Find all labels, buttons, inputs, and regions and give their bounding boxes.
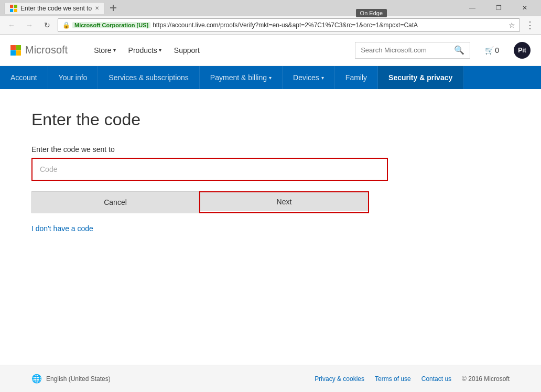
search-box: 🔍: [355, 42, 470, 59]
copyright-text: © 2016 Microsoft: [462, 375, 510, 383]
browser-tab[interactable]: Enter the code we sent to ✕: [4, 2, 105, 14]
tab-favicon-icon: [10, 5, 17, 12]
code-form-label: Enter the code we sent to: [31, 145, 388, 154]
ms-header: Microsoft Store ▾ Products ▾ Support 🔍 🛒…: [0, 35, 541, 66]
no-code-link[interactable]: I don't have a code: [31, 224, 93, 233]
next-button-wrap: Next: [199, 191, 369, 213]
favorite-icon[interactable]: ☆: [508, 21, 515, 29]
nav-payment[interactable]: Payment & billing ▾: [200, 66, 283, 89]
logo-green: [16, 45, 21, 50]
browser-menu-button[interactable]: ⋮: [523, 19, 537, 31]
button-row: Cancel Next: [31, 191, 388, 213]
nav-services[interactable]: Services & subscriptions: [98, 66, 200, 89]
search-icon[interactable]: 🔍: [454, 45, 464, 55]
new-tab-button[interactable]: [107, 2, 120, 14]
refresh-button[interactable]: ↻: [40, 18, 55, 32]
nav-devices[interactable]: Devices ▾: [283, 66, 335, 89]
cart-icon: 🛒: [485, 46, 494, 55]
products-chevron-icon: ▾: [159, 47, 161, 53]
cart-button[interactable]: 🛒 0: [481, 46, 503, 55]
ms-search: 🔍: [215, 42, 470, 59]
page-title: Enter the code: [31, 110, 510, 129]
form-section: Enter the code we sent to Cancel Next I …: [31, 145, 388, 233]
logo-blue: [10, 50, 16, 56]
ms-logo-grid: [10, 45, 21, 56]
cart-count: 0: [495, 46, 499, 55]
code-input-wrap: [31, 158, 388, 181]
code-input[interactable]: [33, 159, 387, 180]
svg-rect-1: [14, 5, 17, 8]
svg-rect-3: [14, 8, 17, 12]
forward-button[interactable]: →: [22, 18, 37, 32]
ms-main-nav: Store ▾ Products ▾ Support: [89, 46, 205, 55]
on-edge-badge: On Edge: [356, 9, 387, 17]
footer-links: Privacy & cookies Terms of use Contact u…: [315, 375, 510, 383]
tab-close-button[interactable]: ✕: [95, 5, 99, 11]
browser-chrome: Enter the code we sent to ✕ On Edge — ❐ …: [0, 0, 541, 35]
title-bar: Enter the code we sent to ✕ On Edge — ❐ …: [0, 0, 541, 16]
user-avatar[interactable]: Pit: [514, 42, 531, 59]
nav-store[interactable]: Store ▾: [89, 46, 121, 55]
svg-rect-0: [10, 5, 13, 8]
store-chevron-icon: ▾: [113, 47, 116, 53]
logo-red: [10, 45, 16, 50]
ms-logo-text: Microsoft: [25, 44, 68, 56]
window-controls: — ❐ ✕: [460, 0, 537, 16]
terms-link[interactable]: Terms of use: [375, 375, 411, 383]
restore-button[interactable]: ❐: [486, 0, 511, 16]
search-input[interactable]: [361, 46, 450, 54]
account-nav: Account Your info Services & subscriptio…: [0, 66, 541, 89]
address-bar: ← → ↻ 🔒 Microsoft Corporation [US] https…: [0, 16, 541, 35]
tab-strip: Enter the code we sent to ✕: [4, 2, 120, 14]
next-button[interactable]: Next: [200, 192, 368, 211]
svg-rect-5: [110, 7, 116, 8]
close-button[interactable]: ✕: [513, 0, 537, 16]
address-bar-input-wrap: 🔒 Microsoft Corporation [US] https://acc…: [58, 18, 520, 32]
nav-products[interactable]: Products ▾: [123, 46, 167, 55]
logo-yellow: [16, 50, 21, 56]
contact-link[interactable]: Contact us: [421, 375, 451, 383]
payment-chevron-icon: ▾: [269, 75, 272, 81]
page-footer: 🌐 English (United States) Privacy & cook…: [0, 365, 541, 392]
secure-icon: 🔒: [62, 21, 70, 29]
globe-icon: 🌐: [31, 374, 42, 384]
back-button[interactable]: ←: [4, 18, 19, 32]
nav-family[interactable]: Family: [335, 66, 378, 89]
ms-logo[interactable]: Microsoft: [10, 44, 68, 56]
main-content: Enter the code Enter the code we sent to…: [0, 89, 541, 299]
nav-security[interactable]: Security & privacy: [378, 66, 463, 89]
footer-language: 🌐 English (United States): [31, 374, 111, 384]
language-label: English (United States): [46, 375, 111, 383]
privacy-link[interactable]: Privacy & cookies: [315, 375, 364, 383]
tab-title: Enter the code we sent to: [20, 5, 92, 12]
security-org-label: Microsoft Corporation [US]: [72, 22, 150, 28]
svg-rect-2: [10, 8, 13, 12]
minimize-button[interactable]: —: [460, 0, 484, 16]
devices-chevron-icon: ▾: [321, 75, 324, 81]
nav-your-info[interactable]: Your info: [48, 66, 99, 89]
address-text[interactable]: https://account.live.com/proofs/Verify?m…: [153, 21, 506, 29]
cancel-button[interactable]: Cancel: [31, 191, 199, 213]
nav-support[interactable]: Support: [169, 46, 205, 55]
nav-account[interactable]: Account: [0, 66, 48, 89]
